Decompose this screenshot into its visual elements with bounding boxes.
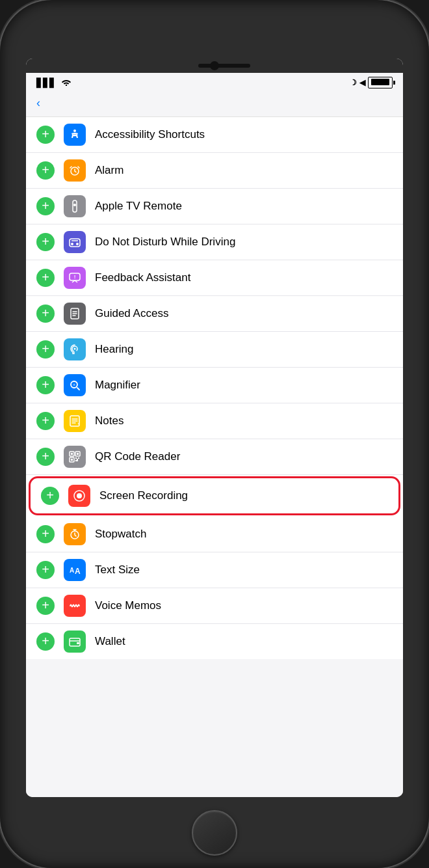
app-icon-guided-access: [64, 303, 86, 325]
add-button-wallet[interactable]: +: [36, 632, 55, 651]
plus-icon: +: [42, 235, 49, 248]
back-button[interactable]: ‹: [36, 96, 43, 110]
add-button-screen-recording[interactable]: +: [41, 487, 59, 505]
status-right: ☽ ◀: [350, 77, 393, 88]
add-button-accessibility-shortcuts[interactable]: +: [36, 126, 55, 144]
svg-point-7: [76, 243, 79, 245]
plus-icon: +: [42, 199, 49, 212]
svg-point-22: [77, 493, 82, 498]
list-item-do-not-disturb-driving[interactable]: + Do Not Disturb While Driving: [26, 224, 403, 260]
svg-text:A: A: [70, 567, 74, 574]
app-icon-text-size: AA: [64, 559, 86, 581]
list-item-hearing[interactable]: + Hearing: [26, 332, 403, 368]
app-icon-magnifier: +: [64, 374, 86, 396]
item-label-alarm: Alarm: [95, 164, 393, 177]
plus-icon: +: [42, 378, 49, 391]
location-icon: ◀: [359, 78, 365, 87]
add-button-qr-code-reader[interactable]: +: [36, 448, 55, 466]
item-label-hearing: Hearing: [95, 343, 393, 356]
status-bar: ▋▋▋ ☽ ◀: [26, 73, 403, 91]
list-item-text-size[interactable]: + AA Text Size: [26, 552, 403, 588]
add-button-do-not-disturb-driving[interactable]: +: [36, 233, 55, 251]
home-button[interactable]: [192, 810, 237, 856]
plus-icon: +: [42, 450, 49, 463]
svg-point-1: [73, 129, 76, 132]
moon-icon: ☽: [350, 78, 357, 87]
svg-point-6: [71, 243, 73, 245]
list-item-guided-access[interactable]: + Guided Access: [26, 296, 403, 332]
item-label-notes: Notes: [95, 414, 393, 427]
plus-icon: +: [42, 599, 49, 612]
app-icon-notes: [64, 410, 86, 432]
add-button-apple-tv-remote[interactable]: +: [36, 197, 55, 215]
add-button-magnifier[interactable]: +: [36, 376, 55, 394]
app-icon-hearing: [64, 338, 86, 360]
battery-icon: [368, 77, 393, 88]
svg-rect-5: [70, 239, 80, 247]
item-label-magnifier: Magnifier: [95, 379, 393, 392]
svg-text:+: +: [73, 383, 75, 387]
app-icon-voice-memos: [64, 595, 86, 617]
app-icon-wallet: [64, 631, 86, 653]
list-item-qr-code-reader[interactable]: + QR Code Reader: [26, 439, 403, 475]
speaker-bar: [198, 64, 250, 68]
svg-rect-27: [77, 642, 79, 644]
add-button-notes[interactable]: +: [36, 412, 55, 430]
plus-icon: +: [42, 163, 49, 176]
item-label-do-not-disturb-driving: Do Not Disturb While Driving: [95, 236, 393, 249]
plus-icon: +: [42, 342, 49, 355]
list-item-alarm[interactable]: + Alarm: [26, 153, 403, 189]
nav-bar: ‹: [26, 91, 403, 117]
list-item-screen-recording[interactable]: + Screen Recording: [29, 476, 400, 515]
item-label-stopwatch: Stopwatch: [95, 528, 393, 541]
list-item-apple-tv-remote[interactable]: + Apple TV Remote: [26, 189, 403, 224]
add-button-voice-memos[interactable]: +: [36, 597, 55, 615]
phone-shell: ▋▋▋ ☽ ◀: [0, 0, 429, 868]
list-item-feedback-assistant[interactable]: + ! Feedback Assistant: [26, 260, 403, 296]
item-label-accessibility-shortcuts: Accessibility Shortcuts: [95, 128, 393, 141]
plus-icon: +: [42, 128, 49, 141]
plus-icon: +: [42, 306, 49, 319]
signal-bars-icon: ▋▋▋: [36, 78, 56, 88]
item-label-qr-code-reader: QR Code Reader: [95, 450, 393, 463]
item-label-voice-memos: Voice Memos: [95, 599, 393, 612]
plus-icon: +: [46, 489, 54, 502]
add-button-text-size[interactable]: +: [36, 561, 55, 579]
app-icon-do-not-disturb-driving: [64, 231, 86, 253]
app-icon-screen-recording: [68, 485, 90, 507]
add-button-alarm[interactable]: +: [36, 161, 55, 180]
add-button-guided-access[interactable]: +: [36, 305, 55, 323]
more-controls-list: + Accessibility Shortcuts + Alarm + Appl…: [26, 117, 403, 659]
svg-point-0: [66, 84, 67, 85]
top-bar: [26, 59, 403, 73]
app-icon-feedback-assistant: !: [64, 267, 86, 289]
item-label-wallet: Wallet: [95, 635, 393, 648]
svg-point-4: [73, 204, 76, 206]
svg-rect-18: [71, 453, 73, 455]
list-item-accessibility-shortcuts[interactable]: + Accessibility Shortcuts: [26, 117, 403, 153]
wifi-icon: [61, 78, 72, 88]
status-left: ▋▋▋: [36, 78, 72, 88]
plus-icon: +: [42, 271, 49, 284]
list-item-notes[interactable]: + Notes: [26, 403, 403, 439]
list-item-stopwatch[interactable]: + Stopwatch: [26, 517, 403, 552]
list-item-magnifier[interactable]: + + Magnifier: [26, 368, 403, 403]
svg-text:!: !: [74, 274, 76, 280]
list-item-wallet[interactable]: + Wallet: [26, 624, 403, 659]
back-chevron-icon: ‹: [36, 96, 40, 110]
add-button-hearing[interactable]: +: [36, 340, 55, 359]
app-icon-alarm: [64, 159, 86, 182]
add-button-feedback-assistant[interactable]: +: [36, 269, 55, 287]
app-icon-apple-tv-remote: [64, 195, 86, 217]
list-item-voice-memos[interactable]: + Voice Memos: [26, 588, 403, 624]
svg-rect-19: [77, 453, 79, 455]
item-label-guided-access: Guided Access: [95, 307, 393, 320]
home-area: [192, 797, 237, 868]
plus-icon: +: [42, 414, 49, 427]
svg-text:A: A: [75, 567, 81, 576]
app-icon-qr-code-reader: [64, 446, 86, 468]
item-label-feedback-assistant: Feedback Assistant: [95, 271, 393, 284]
add-button-stopwatch[interactable]: +: [36, 525, 55, 543]
screen: ▋▋▋ ☽ ◀: [26, 59, 403, 797]
item-label-text-size: Text Size: [95, 563, 393, 576]
